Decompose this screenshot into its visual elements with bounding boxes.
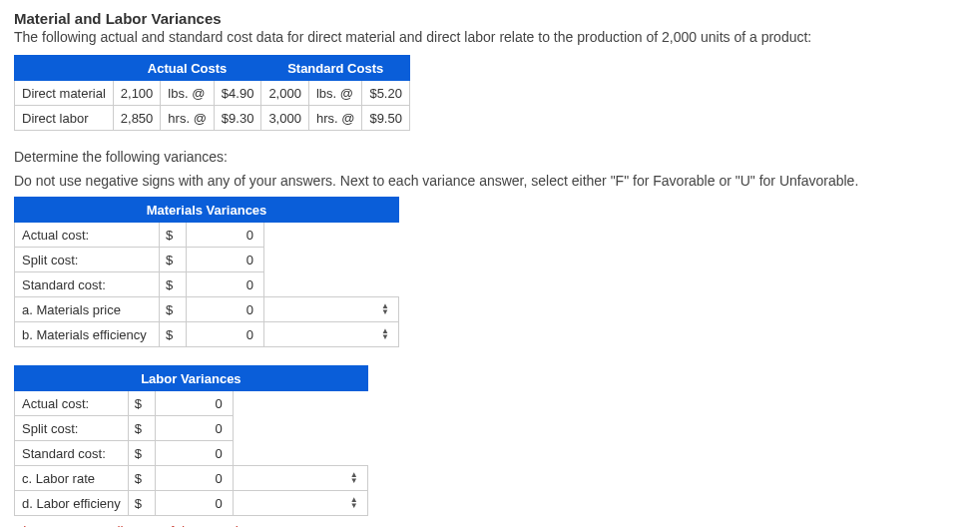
table-row: a. Materials price $ 0 ▲▼ xyxy=(15,297,399,322)
currency-sign: $ xyxy=(128,466,155,491)
table-row: b. Materials efficiency $ 0 ▲▼ xyxy=(15,322,399,347)
currency-sign: $ xyxy=(160,297,187,322)
actual-price: $9.30 xyxy=(214,106,261,131)
table-row: Direct material 2,100 lbs. @ $4.90 2,000… xyxy=(15,81,410,106)
standard-unit: lbs. @ xyxy=(308,81,361,106)
fu-select[interactable]: ▲▼ xyxy=(264,322,399,347)
materials-header: Materials Variances xyxy=(15,198,399,223)
labor-header: Labor Variances xyxy=(15,366,368,391)
actual-costs-header: Actual Costs xyxy=(113,56,261,81)
table-row: Direct labor 2,850 hrs. @ $9.30 3,000 hr… xyxy=(15,106,410,131)
row-label: d. Labor efficieny xyxy=(15,491,129,516)
intro-text: The following actual and standard cost d… xyxy=(14,29,966,45)
value-input[interactable]: 0 xyxy=(187,297,264,322)
currency-sign: $ xyxy=(128,416,155,441)
row-label: Standard cost: xyxy=(15,272,160,297)
value-input[interactable]: 0 xyxy=(187,248,264,272)
standard-price: $9.50 xyxy=(362,106,410,131)
row-label: b. Materials efficiency xyxy=(15,322,160,347)
sort-icon: ▲▼ xyxy=(350,497,358,509)
row-label: Split cost: xyxy=(15,248,160,272)
row-label: Direct material xyxy=(15,81,114,106)
row-label: Standard cost: xyxy=(15,441,129,466)
determine-heading: Determine the following variances: xyxy=(14,149,966,165)
currency-sign: $ xyxy=(160,272,187,297)
currency-sign: $ xyxy=(128,391,155,416)
value-input[interactable]: 0 xyxy=(187,223,264,248)
standard-price: $5.20 xyxy=(362,81,410,106)
table-row: Actual cost: $ 0 xyxy=(15,391,368,416)
table-row: Standard cost: $ 0 xyxy=(15,441,368,466)
value-input[interactable]: 0 xyxy=(155,416,233,441)
currency-sign: $ xyxy=(128,491,155,516)
table-row: Split cost: $ 0 xyxy=(15,416,368,441)
value-input[interactable]: 0 xyxy=(155,391,233,416)
table-row: Standard cost: $ 0 xyxy=(15,272,399,297)
standard-qty: 2,000 xyxy=(261,81,309,106)
row-label: a. Materials price xyxy=(15,297,160,322)
row-label: Direct labor xyxy=(15,106,114,131)
row-label: Split cost: xyxy=(15,416,129,441)
standard-unit: hrs. @ xyxy=(308,106,361,131)
value-input[interactable]: 0 xyxy=(155,466,233,491)
table-row: d. Labor efficieny $ 0 ▲▼ xyxy=(15,491,368,516)
fu-select[interactable]: ▲▼ xyxy=(233,491,367,516)
actual-unit: hrs. @ xyxy=(161,106,214,131)
currency-sign: $ xyxy=(160,223,187,248)
table-row: Split cost: $ 0 xyxy=(15,248,399,272)
sort-icon: ▲▼ xyxy=(381,303,389,315)
currency-sign: $ xyxy=(160,248,187,272)
materials-variances-table: Materials Variances Actual cost: $ 0 Spl… xyxy=(14,197,399,347)
value-input[interactable]: 0 xyxy=(187,322,264,347)
row-label: Actual cost: xyxy=(15,223,160,248)
value-input[interactable]: 0 xyxy=(155,441,233,466)
actual-unit: lbs. @ xyxy=(161,81,214,106)
row-label: Actual cost: xyxy=(15,391,129,416)
actual-qty: 2,850 xyxy=(113,106,161,131)
fu-select[interactable]: ▲▼ xyxy=(264,297,399,322)
actual-price: $4.90 xyxy=(214,81,261,106)
sort-icon: ▲▼ xyxy=(381,328,389,340)
standard-costs-header: Standard Costs xyxy=(261,56,410,81)
row-label: c. Labor rate xyxy=(15,466,129,491)
blank-header xyxy=(15,56,114,81)
actual-qty: 2,100 xyxy=(113,81,161,106)
fu-select[interactable]: ▲▼ xyxy=(233,466,367,491)
value-input[interactable]: 0 xyxy=(155,491,233,516)
currency-sign: $ xyxy=(160,322,187,347)
value-input[interactable]: 0 xyxy=(187,272,264,297)
instructions-text: Do not use negative signs with any of yo… xyxy=(14,173,966,189)
labor-variances-table: Labor Variances Actual cost: $ 0 Split c… xyxy=(14,365,368,516)
table-row: Actual cost: $ 0 xyxy=(15,223,399,248)
sort-icon: ▲▼ xyxy=(350,472,358,484)
cost-data-table: Actual Costs Standard Costs Direct mater… xyxy=(14,55,410,131)
table-row: c. Labor rate $ 0 ▲▼ xyxy=(15,466,368,491)
standard-qty: 3,000 xyxy=(261,106,309,131)
page-title: Material and Labor Variances xyxy=(14,10,966,27)
currency-sign: $ xyxy=(128,441,155,466)
